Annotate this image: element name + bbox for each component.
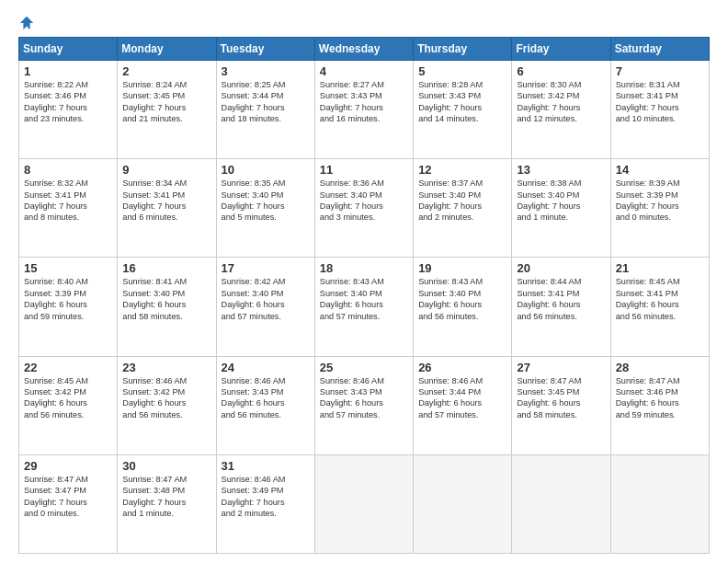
day-info: Sunrise: 8:36 AMSunset: 3:40 PMDaylight:…	[320, 178, 408, 224]
calendar-cell: 16Sunrise: 8:41 AMSunset: 3:40 PMDayligh…	[118, 258, 216, 356]
day-number: 27	[517, 361, 605, 374]
day-info: Sunrise: 8:30 AMSunset: 3:42 PMDaylight:…	[517, 79, 605, 125]
calendar-cell: 22Sunrise: 8:45 AMSunset: 3:42 PMDayligh…	[19, 356, 118, 454]
day-info: Sunrise: 8:40 AMSunset: 3:39 PMDaylight:…	[24, 276, 112, 322]
week-row-2: 15Sunrise: 8:40 AMSunset: 3:39 PMDayligh…	[19, 258, 710, 356]
day-number: 2	[122, 64, 210, 78]
day-number: 28	[616, 361, 704, 374]
header-thursday: Thursday	[414, 38, 512, 61]
logo-icon	[18, 15, 35, 31]
day-number: 22	[24, 361, 112, 374]
day-number: 23	[122, 361, 210, 374]
day-info: Sunrise: 8:27 AMSunset: 3:43 PMDaylight:…	[320, 79, 408, 125]
day-number: 17	[222, 261, 310, 275]
day-info: Sunrise: 8:47 AMSunset: 3:46 PMDaylight:…	[616, 375, 704, 421]
day-number: 7	[616, 64, 704, 78]
day-info: Sunrise: 8:47 AMSunset: 3:45 PMDaylight:…	[517, 375, 605, 421]
day-info: Sunrise: 8:24 AMSunset: 3:45 PMDaylight:…	[122, 79, 210, 125]
day-info: Sunrise: 8:38 AMSunset: 3:40 PMDaylight:…	[517, 178, 605, 224]
calendar-cell: 30Sunrise: 8:47 AMSunset: 3:48 PMDayligh…	[118, 454, 216, 553]
calendar-cell	[314, 454, 413, 553]
week-row-4: 29Sunrise: 8:47 AMSunset: 3:47 PMDayligh…	[19, 454, 710, 553]
calendar-cell: 8Sunrise: 8:32 AMSunset: 3:41 PMDaylight…	[19, 159, 118, 258]
header-saturday: Saturday	[610, 38, 709, 61]
day-number: 13	[517, 163, 605, 177]
day-info: Sunrise: 8:45 AMSunset: 3:42 PMDaylight:…	[24, 375, 112, 421]
day-info: Sunrise: 8:47 AMSunset: 3:47 PMDaylight:…	[24, 474, 112, 520]
calendar-cell: 27Sunrise: 8:47 AMSunset: 3:45 PMDayligh…	[512, 356, 610, 454]
calendar-cell: 23Sunrise: 8:46 AMSunset: 3:42 PMDayligh…	[118, 356, 216, 454]
calendar-cell: 17Sunrise: 8:42 AMSunset: 3:40 PMDayligh…	[216, 258, 314, 356]
calendar-cell: 4Sunrise: 8:27 AMSunset: 3:43 PMDaylight…	[314, 61, 413, 159]
day-number: 9	[122, 163, 210, 177]
calendar-cell: 1Sunrise: 8:22 AMSunset: 3:46 PMDaylight…	[19, 61, 118, 159]
day-number: 25	[320, 361, 408, 374]
calendar-header-row: Sunday Monday Tuesday Wednesday Thursday…	[19, 38, 710, 61]
calendar-cell: 24Sunrise: 8:46 AMSunset: 3:43 PMDayligh…	[216, 356, 314, 454]
header-friday: Friday	[512, 38, 610, 61]
day-number: 15	[24, 261, 112, 275]
day-number: 29	[24, 459, 112, 473]
calendar-cell: 15Sunrise: 8:40 AMSunset: 3:39 PMDayligh…	[19, 258, 118, 356]
day-number: 16	[122, 261, 210, 275]
day-number: 21	[616, 261, 704, 275]
calendar-cell: 19Sunrise: 8:43 AMSunset: 3:40 PMDayligh…	[414, 258, 512, 356]
week-row-0: 1Sunrise: 8:22 AMSunset: 3:46 PMDaylight…	[19, 61, 710, 159]
day-number: 20	[517, 261, 605, 275]
day-info: Sunrise: 8:43 AMSunset: 3:40 PMDaylight:…	[320, 276, 408, 322]
calendar-cell: 13Sunrise: 8:38 AMSunset: 3:40 PMDayligh…	[512, 159, 610, 258]
calendar-cell: 21Sunrise: 8:45 AMSunset: 3:41 PMDayligh…	[610, 258, 709, 356]
calendar-table: Sunday Monday Tuesday Wednesday Thursday…	[18, 37, 710, 554]
day-number: 8	[24, 163, 112, 177]
calendar-cell: 5Sunrise: 8:28 AMSunset: 3:43 PMDaylight…	[414, 61, 512, 159]
calendar-cell	[414, 454, 512, 553]
week-row-1: 8Sunrise: 8:32 AMSunset: 3:41 PMDaylight…	[19, 159, 710, 258]
header-monday: Monday	[118, 38, 216, 61]
day-number: 1	[24, 64, 112, 78]
calendar-cell: 11Sunrise: 8:36 AMSunset: 3:40 PMDayligh…	[314, 159, 413, 258]
day-number: 5	[418, 64, 506, 78]
calendar-cell	[610, 454, 709, 553]
calendar-cell	[512, 454, 610, 553]
day-number: 26	[418, 361, 506, 374]
day-number: 10	[222, 163, 310, 177]
calendar-cell: 28Sunrise: 8:47 AMSunset: 3:46 PMDayligh…	[610, 356, 709, 454]
day-number: 14	[616, 163, 704, 177]
day-info: Sunrise: 8:45 AMSunset: 3:41 PMDaylight:…	[616, 276, 704, 322]
day-number: 4	[320, 64, 408, 78]
calendar-cell: 3Sunrise: 8:25 AMSunset: 3:44 PMDaylight…	[216, 61, 314, 159]
calendar-cell: 26Sunrise: 8:46 AMSunset: 3:44 PMDayligh…	[414, 356, 512, 454]
header-tuesday: Tuesday	[216, 38, 314, 61]
day-info: Sunrise: 8:43 AMSunset: 3:40 PMDaylight:…	[418, 276, 506, 322]
header-sunday: Sunday	[19, 38, 118, 61]
day-info: Sunrise: 8:37 AMSunset: 3:40 PMDaylight:…	[418, 178, 506, 224]
logo	[18, 15, 39, 31]
header-wednesday: Wednesday	[314, 38, 413, 61]
day-number: 31	[222, 459, 310, 473]
day-number: 24	[222, 361, 310, 374]
page: Sunday Monday Tuesday Wednesday Thursday…	[0, 0, 728, 563]
day-info: Sunrise: 8:22 AMSunset: 3:46 PMDaylight:…	[24, 79, 112, 125]
calendar-cell: 14Sunrise: 8:39 AMSunset: 3:39 PMDayligh…	[610, 159, 709, 258]
day-info: Sunrise: 8:46 AMSunset: 3:43 PMDaylight:…	[222, 375, 310, 421]
calendar-cell: 6Sunrise: 8:30 AMSunset: 3:42 PMDaylight…	[512, 61, 610, 159]
calendar-cell: 7Sunrise: 8:31 AMSunset: 3:41 PMDaylight…	[610, 61, 709, 159]
day-info: Sunrise: 8:42 AMSunset: 3:40 PMDaylight:…	[222, 276, 310, 322]
header	[18, 15, 710, 31]
calendar-cell: 2Sunrise: 8:24 AMSunset: 3:45 PMDaylight…	[118, 61, 216, 159]
calendar-cell: 10Sunrise: 8:35 AMSunset: 3:40 PMDayligh…	[216, 159, 314, 258]
day-info: Sunrise: 8:28 AMSunset: 3:43 PMDaylight:…	[418, 79, 506, 125]
day-info: Sunrise: 8:31 AMSunset: 3:41 PMDaylight:…	[616, 79, 704, 125]
calendar-cell: 20Sunrise: 8:44 AMSunset: 3:41 PMDayligh…	[512, 258, 610, 356]
calendar-cell: 31Sunrise: 8:46 AMSunset: 3:49 PMDayligh…	[216, 454, 314, 553]
day-info: Sunrise: 8:47 AMSunset: 3:48 PMDaylight:…	[122, 474, 210, 520]
day-info: Sunrise: 8:46 AMSunset: 3:49 PMDaylight:…	[222, 474, 310, 520]
calendar-cell: 29Sunrise: 8:47 AMSunset: 3:47 PMDayligh…	[19, 454, 118, 553]
day-number: 19	[418, 261, 506, 275]
day-info: Sunrise: 8:34 AMSunset: 3:41 PMDaylight:…	[122, 178, 210, 224]
day-info: Sunrise: 8:46 AMSunset: 3:42 PMDaylight:…	[122, 375, 210, 421]
day-info: Sunrise: 8:32 AMSunset: 3:41 PMDaylight:…	[24, 178, 112, 224]
day-info: Sunrise: 8:46 AMSunset: 3:43 PMDaylight:…	[320, 375, 408, 421]
calendar-cell: 9Sunrise: 8:34 AMSunset: 3:41 PMDaylight…	[118, 159, 216, 258]
week-row-3: 22Sunrise: 8:45 AMSunset: 3:42 PMDayligh…	[19, 356, 710, 454]
